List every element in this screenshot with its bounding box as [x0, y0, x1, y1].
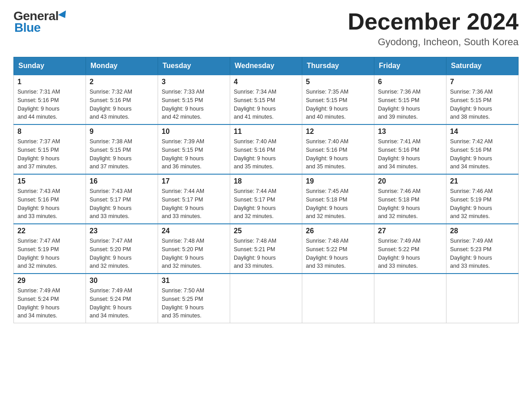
day-info: Sunrise: 7:40 AMSunset: 5:16 PMDaylight:… [234, 137, 298, 171]
calendar-cell: 2Sunrise: 7:32 AMSunset: 5:16 PMDaylight… [86, 75, 158, 124]
day-number: 13 [378, 128, 442, 136]
header-sunday: Sunday [14, 57, 86, 75]
day-number: 22 [17, 227, 82, 235]
calendar-cell: 14Sunrise: 7:42 AMSunset: 5:16 PMDayligh… [446, 124, 519, 174]
logo-blue-text: Blue [13, 21, 41, 35]
day-number: 4 [234, 78, 298, 86]
week-row-4: 22Sunrise: 7:47 AMSunset: 5:19 PMDayligh… [14, 224, 519, 274]
calendar-cell: 20Sunrise: 7:46 AMSunset: 5:18 PMDayligh… [374, 174, 446, 224]
day-number: 6 [378, 78, 442, 86]
day-info: Sunrise: 7:48 AMSunset: 5:20 PMDaylight:… [162, 237, 226, 270]
calendar-cell: 9Sunrise: 7:38 AMSunset: 5:15 PMDaylight… [86, 124, 158, 174]
week-row-2: 8Sunrise: 7:37 AMSunset: 5:15 PMDaylight… [14, 124, 519, 174]
day-info: Sunrise: 7:40 AMSunset: 5:16 PMDaylight:… [306, 137, 370, 171]
day-info: Sunrise: 7:43 AMSunset: 5:16 PMDaylight:… [17, 187, 82, 221]
day-number: 30 [90, 277, 154, 285]
header-saturday: Saturday [446, 57, 519, 75]
page-header: General Blue December 2024 Gyodong, Inch… [13, 9, 519, 48]
day-info: Sunrise: 7:45 AMSunset: 5:18 PMDaylight:… [306, 187, 370, 221]
day-info: Sunrise: 7:39 AMSunset: 5:15 PMDaylight:… [162, 137, 226, 171]
calendar-cell: 13Sunrise: 7:41 AMSunset: 5:16 PMDayligh… [374, 124, 446, 174]
day-number: 25 [234, 227, 298, 235]
day-number: 5 [306, 78, 370, 86]
day-number: 12 [306, 128, 370, 136]
header-wednesday: Wednesday [230, 57, 302, 75]
day-number: 8 [17, 128, 82, 136]
day-number: 29 [17, 277, 82, 285]
day-info: Sunrise: 7:41 AMSunset: 5:16 PMDaylight:… [378, 137, 442, 171]
day-info: Sunrise: 7:42 AMSunset: 5:16 PMDaylight:… [450, 137, 515, 171]
day-info: Sunrise: 7:38 AMSunset: 5:15 PMDaylight:… [90, 137, 154, 171]
day-info: Sunrise: 7:34 AMSunset: 5:15 PMDaylight:… [234, 88, 298, 121]
day-number: 10 [162, 128, 226, 136]
calendar-cell: 18Sunrise: 7:44 AMSunset: 5:17 PMDayligh… [230, 174, 302, 224]
day-info: Sunrise: 7:31 AMSunset: 5:16 PMDaylight:… [17, 88, 82, 121]
calendar-cell: 29Sunrise: 7:49 AMSunset: 5:24 PMDayligh… [14, 274, 86, 323]
day-info: Sunrise: 7:49 AMSunset: 5:22 PMDaylight:… [378, 237, 442, 270]
day-info: Sunrise: 7:48 AMSunset: 5:22 PMDaylight:… [306, 237, 370, 270]
logo: General Blue [13, 9, 69, 35]
day-number: 20 [378, 177, 442, 185]
day-number: 2 [90, 78, 154, 86]
week-row-3: 15Sunrise: 7:43 AMSunset: 5:16 PMDayligh… [14, 174, 519, 224]
calendar-cell: 15Sunrise: 7:43 AMSunset: 5:16 PMDayligh… [14, 174, 86, 224]
day-number: 26 [306, 227, 370, 235]
calendar-cell: 1Sunrise: 7:31 AMSunset: 5:16 PMDaylight… [14, 75, 86, 124]
header-tuesday: Tuesday [158, 57, 230, 75]
day-number: 27 [378, 227, 442, 235]
calendar-table: SundayMondayTuesdayWednesdayThursdayFrid… [13, 57, 519, 323]
day-info: Sunrise: 7:49 AMSunset: 5:24 PMDaylight:… [90, 287, 154, 320]
day-info: Sunrise: 7:47 AMSunset: 5:20 PMDaylight:… [90, 237, 154, 270]
day-number: 15 [17, 177, 82, 185]
calendar-cell: 11Sunrise: 7:40 AMSunset: 5:16 PMDayligh… [230, 124, 302, 174]
day-number: 14 [450, 128, 515, 136]
day-number: 7 [450, 78, 515, 86]
calendar-cell: 16Sunrise: 7:43 AMSunset: 5:17 PMDayligh… [86, 174, 158, 224]
day-info: Sunrise: 7:33 AMSunset: 5:15 PMDaylight:… [162, 88, 226, 121]
day-info: Sunrise: 7:49 AMSunset: 5:24 PMDaylight:… [17, 287, 82, 320]
header-monday: Monday [86, 57, 158, 75]
day-info: Sunrise: 7:35 AMSunset: 5:15 PMDaylight:… [306, 88, 370, 121]
calendar-header-row: SundayMondayTuesdayWednesdayThursdayFrid… [14, 57, 519, 75]
calendar-cell: 23Sunrise: 7:47 AMSunset: 5:20 PMDayligh… [86, 224, 158, 274]
day-number: 18 [234, 177, 298, 185]
day-number: 9 [90, 128, 154, 136]
day-number: 3 [162, 78, 226, 86]
day-number: 19 [306, 177, 370, 185]
calendar-cell: 24Sunrise: 7:48 AMSunset: 5:20 PMDayligh… [158, 224, 230, 274]
calendar-cell: 12Sunrise: 7:40 AMSunset: 5:16 PMDayligh… [302, 124, 374, 174]
calendar-cell [446, 274, 519, 323]
calendar-cell: 27Sunrise: 7:49 AMSunset: 5:22 PMDayligh… [374, 224, 446, 274]
calendar-cell: 4Sunrise: 7:34 AMSunset: 5:15 PMDaylight… [230, 75, 302, 124]
day-number: 11 [234, 128, 298, 136]
day-info: Sunrise: 7:32 AMSunset: 5:16 PMDaylight:… [90, 88, 154, 121]
calendar-cell: 6Sunrise: 7:36 AMSunset: 5:15 PMDaylight… [374, 75, 446, 124]
logo-arrow-icon [58, 10, 69, 20]
day-info: Sunrise: 7:44 AMSunset: 5:17 PMDaylight:… [234, 187, 298, 221]
day-info: Sunrise: 7:43 AMSunset: 5:17 PMDaylight:… [90, 187, 154, 221]
location-title: Gyodong, Incheon, South Korea [348, 36, 519, 48]
day-number: 17 [162, 177, 226, 185]
week-row-1: 1Sunrise: 7:31 AMSunset: 5:16 PMDaylight… [14, 75, 519, 124]
calendar-cell: 26Sunrise: 7:48 AMSunset: 5:22 PMDayligh… [302, 224, 374, 274]
calendar-cell [302, 274, 374, 323]
calendar-cell [374, 274, 446, 323]
calendar-cell: 30Sunrise: 7:49 AMSunset: 5:24 PMDayligh… [86, 274, 158, 323]
day-number: 1 [17, 78, 82, 86]
day-number: 31 [162, 277, 226, 285]
day-info: Sunrise: 7:36 AMSunset: 5:15 PMDaylight:… [450, 88, 515, 121]
calendar-cell: 5Sunrise: 7:35 AMSunset: 5:15 PMDaylight… [302, 75, 374, 124]
day-info: Sunrise: 7:37 AMSunset: 5:15 PMDaylight:… [17, 137, 82, 171]
day-number: 23 [90, 227, 154, 235]
week-row-5: 29Sunrise: 7:49 AMSunset: 5:24 PMDayligh… [14, 274, 519, 323]
day-number: 16 [90, 177, 154, 185]
day-info: Sunrise: 7:44 AMSunset: 5:17 PMDaylight:… [162, 187, 226, 221]
header-thursday: Thursday [302, 57, 374, 75]
calendar-cell: 10Sunrise: 7:39 AMSunset: 5:15 PMDayligh… [158, 124, 230, 174]
calendar-cell: 3Sunrise: 7:33 AMSunset: 5:15 PMDaylight… [158, 75, 230, 124]
title-section: December 2024 Gyodong, Incheon, South Ko… [348, 9, 519, 48]
day-info: Sunrise: 7:49 AMSunset: 5:23 PMDaylight:… [450, 237, 515, 270]
day-info: Sunrise: 7:46 AMSunset: 5:18 PMDaylight:… [378, 187, 442, 221]
calendar-cell: 28Sunrise: 7:49 AMSunset: 5:23 PMDayligh… [446, 224, 519, 274]
calendar-cell: 25Sunrise: 7:48 AMSunset: 5:21 PMDayligh… [230, 224, 302, 274]
